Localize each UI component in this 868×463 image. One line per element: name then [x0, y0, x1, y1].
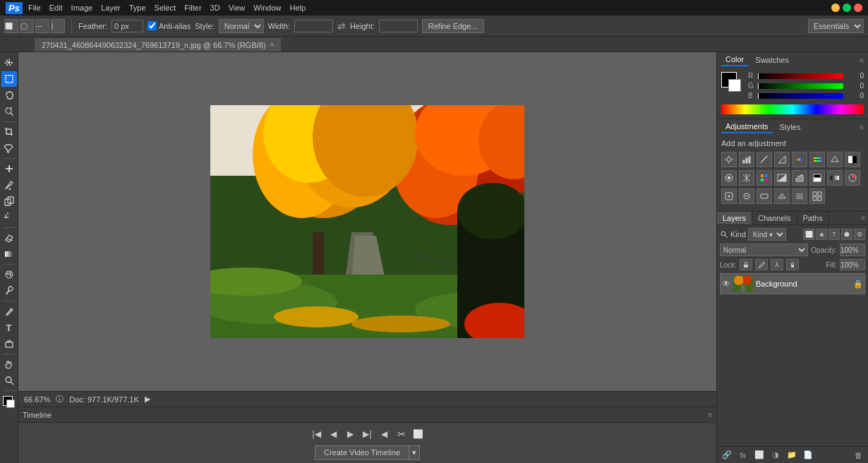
filter-type-select[interactable]: Kind ▾ [748, 228, 786, 241]
menu-image[interactable]: Image [71, 4, 93, 12]
hand-tool[interactable] [1, 356, 17, 372]
anti-alias-checkbox[interactable] [147, 21, 157, 30]
layer-new-btn[interactable]: 📄 [801, 448, 815, 462]
history-tool[interactable] [1, 210, 17, 225]
adj-empty2-btn[interactable] [739, 188, 754, 204]
menu-help[interactable]: Help [289, 4, 306, 12]
menu-select[interactable]: Select [155, 4, 176, 12]
adj-hsl-btn[interactable] [809, 152, 825, 167]
layer-mask-btn[interactable]: ⬜ [752, 448, 766, 462]
eyedropper-tool[interactable] [1, 140, 17, 156]
window-controls[interactable] [831, 4, 862, 12]
menu-type[interactable]: Type [129, 4, 146, 12]
filter-pixel-btn[interactable]: ⬜ [803, 229, 814, 240]
document-tab[interactable]: 270431_460864490632324_769613719_n.jpg @… [34, 37, 282, 52]
lock-position-btn[interactable] [771, 259, 783, 270]
zoom-info-icon[interactable]: ⓘ [56, 394, 64, 404]
blur-tool[interactable] [1, 267, 17, 282]
blend-mode-select[interactable]: Normal [720, 243, 808, 256]
eraser-tool[interactable] [1, 230, 17, 246]
clone-tool[interactable] [1, 193, 17, 209]
tl-prev-btn[interactable]: ◀ [327, 427, 341, 441]
opacity-input[interactable] [840, 243, 865, 256]
adj-panel-menu[interactable]: ≡ [860, 124, 864, 131]
adj-invert-btn[interactable] [774, 170, 790, 186]
layer-adj-btn[interactable]: ◑ [768, 448, 783, 462]
fill-input[interactable] [840, 259, 865, 270]
layer-visibility-eye[interactable]: 👁 [722, 279, 730, 289]
canvas-container[interactable] [18, 52, 716, 391]
quick-select-tool[interactable] [1, 104, 17, 119]
shape-tool[interactable] [1, 336, 17, 351]
refine-edge-button[interactable]: Refine Edge... [422, 19, 484, 33]
filter-smart-btn[interactable]: ⚙ [854, 229, 865, 240]
marquee-tool[interactable] [1, 71, 17, 87]
brush-tool[interactable] [1, 177, 17, 193]
layer-group-btn[interactable]: 📁 [785, 448, 799, 462]
text-tool[interactable]: T [1, 320, 17, 335]
adj-selective-color-btn[interactable] [845, 170, 860, 186]
create-timeline-split-button[interactable]: ▾ [409, 445, 420, 460]
width-input[interactable] [294, 20, 333, 32]
tl-first-btn[interactable]: |◀ [310, 427, 324, 441]
adj-colorbalance-btn[interactable] [827, 152, 843, 167]
layers-panel-menu[interactable]: ≡ [858, 212, 868, 224]
tl-cut-btn[interactable]: ✂ [394, 427, 409, 441]
adj-curves-btn[interactable] [757, 152, 772, 167]
tl-convert-btn[interactable]: ⬜ [411, 427, 426, 441]
height-input[interactable] [379, 20, 418, 32]
bg-color-swatch[interactable] [728, 79, 741, 92]
paths-tab[interactable]: Paths [797, 212, 829, 224]
crop-tool[interactable] [1, 124, 17, 140]
menu-layer[interactable]: Layer [101, 4, 121, 12]
pen-tool[interactable] [1, 303, 17, 319]
color-panel-menu[interactable]: ≡ [860, 56, 864, 64]
color-spectrum[interactable] [721, 104, 864, 114]
marquee-ellipse-btn[interactable]: ◯ [20, 19, 34, 33]
adj-levels-btn[interactable] [739, 152, 754, 167]
healing-tool[interactable] [1, 161, 17, 176]
adj-vibrance-btn[interactable] [792, 152, 807, 167]
adj-photo-filter-btn[interactable] [721, 170, 737, 186]
menu-filter[interactable]: Filter [184, 4, 201, 12]
marquee-rect-btn[interactable]: ⬜ [4, 19, 18, 33]
menu-window[interactable]: Window [253, 4, 281, 12]
lock-all-btn[interactable] [786, 259, 799, 270]
filter-shape-btn[interactable]: ⬟ [841, 229, 852, 240]
layers-tab[interactable]: Layers [717, 212, 752, 224]
filter-type-btn[interactable]: T [828, 229, 840, 240]
tl-last-btn[interactable]: ◀ [378, 427, 392, 441]
adj-color-lookup-btn[interactable] [757, 170, 772, 186]
timeline-collapse-btn[interactable]: ≡ [708, 411, 712, 419]
fg-bg-colors[interactable] [1, 395, 17, 410]
marquee-col-btn[interactable]: | [51, 19, 65, 33]
lock-pixels-btn[interactable] [740, 259, 752, 270]
adj-channel-mixer-btn[interactable] [739, 170, 754, 186]
menu-3d[interactable]: 3D [210, 4, 220, 12]
layer-fx-btn[interactable]: fx [736, 448, 750, 462]
adj-empty3-btn[interactable] [757, 188, 772, 204]
adjustments-tab[interactable]: Adjustments [721, 121, 773, 133]
adj-posterize-btn[interactable] [792, 170, 807, 186]
move-tool[interactable] [1, 55, 17, 71]
swatches-tab[interactable]: Swatches [751, 54, 793, 66]
layer-name[interactable]: Background [756, 279, 850, 288]
menu-view[interactable]: View [229, 4, 246, 12]
filter-adjust-btn[interactable]: ◈ [816, 229, 827, 240]
channels-tab[interactable]: Channels [752, 212, 797, 224]
marquee-row-btn[interactable]: — [35, 19, 49, 33]
adj-empty4-btn[interactable] [774, 188, 790, 204]
create-timeline-button[interactable]: Create Video Timeline [315, 445, 409, 460]
gradient-tool[interactable] [1, 246, 17, 262]
adj-threshold-btn[interactable] [809, 170, 825, 186]
essentials-select[interactable]: Essentials [808, 19, 864, 33]
adj-brightness2-btn[interactable] [721, 188, 737, 204]
menu-bar[interactable]: File Edit Image Layer Type Select Filter… [28, 4, 306, 12]
lasso-tool[interactable] [1, 88, 17, 103]
style-select[interactable]: Normal [219, 19, 264, 33]
layer-link-btn[interactable]: 🔗 [720, 448, 734, 462]
b-slider[interactable] [758, 93, 843, 99]
tl-next-btn[interactable]: ▶| [361, 427, 375, 441]
doc-info-arrow[interactable]: ▶ [145, 395, 150, 404]
adj-brightness-btn[interactable] [721, 152, 737, 167]
